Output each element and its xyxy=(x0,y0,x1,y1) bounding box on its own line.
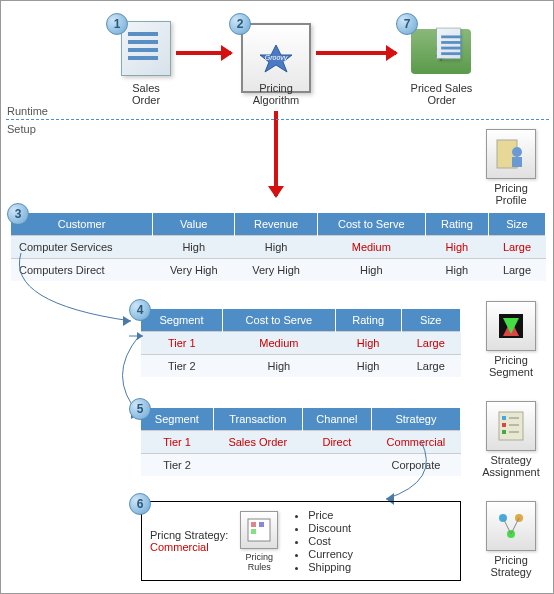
cell: Very High xyxy=(153,259,235,282)
cell: High xyxy=(335,355,401,378)
priced-order-label: Priced Sales Order xyxy=(399,82,484,106)
badge-6: 6 xyxy=(129,493,151,515)
pricing-strategy-box: Pricing Strategy xyxy=(476,501,546,578)
cell: Sales Order xyxy=(213,431,302,454)
bullet-item: Shipping xyxy=(308,561,353,573)
cell: High xyxy=(235,236,317,259)
badge-3: 3 xyxy=(7,203,29,225)
strategy-value: Commercial xyxy=(150,541,228,553)
badge-4: 4 xyxy=(129,299,151,321)
cell: High xyxy=(425,236,488,259)
cell: Computers Direct xyxy=(11,259,153,282)
priced-order-icon xyxy=(411,29,471,74)
svg-point-3 xyxy=(512,147,522,157)
col-header: Segment xyxy=(141,309,223,332)
strategy-table: SegmentTransactionChannelStrategy Tier 1… xyxy=(141,408,461,476)
bullet-item: Cost xyxy=(308,535,353,547)
profile-icon xyxy=(486,129,536,179)
runtime-label: Runtime xyxy=(7,105,48,117)
cell: Medium xyxy=(317,236,425,259)
badge-1: 1 xyxy=(106,13,128,35)
cell: Corporate xyxy=(371,454,460,477)
setup-label: Setup xyxy=(7,123,36,135)
cell: Very High xyxy=(235,259,317,282)
cell: Commercial xyxy=(371,431,460,454)
pricing-profile-box: Pricing Profile xyxy=(476,129,546,206)
bullet-item: Price xyxy=(308,509,353,521)
badge-7: 7 xyxy=(396,13,418,35)
svg-line-28 xyxy=(503,518,511,534)
segment-table: SegmentCost to ServeRatingSize Tier 1Med… xyxy=(141,309,461,377)
col-header: Revenue xyxy=(235,213,317,236)
segment-label: Pricing Segment xyxy=(489,354,533,378)
svg-rect-23 xyxy=(251,529,256,534)
cell: Tier 2 xyxy=(141,355,223,378)
col-header: Value xyxy=(153,213,235,236)
col-header: Channel xyxy=(302,408,371,431)
svg-rect-16 xyxy=(502,430,506,434)
strategy-label: Pricng Strategy: xyxy=(150,529,228,541)
sales-order-label: Sales Order xyxy=(116,82,176,106)
table-row: Tier 1MediumHighLarge xyxy=(141,332,461,355)
profile-label: Pricing Profile xyxy=(494,182,528,206)
strategy-assign-icon xyxy=(486,401,536,451)
cell: Large xyxy=(488,236,545,259)
table-row: Computer ServicesHighHighMediumHighLarge xyxy=(11,236,546,259)
cell: Large xyxy=(401,355,460,378)
cell xyxy=(302,454,371,477)
cell: High xyxy=(223,355,336,378)
customer-table: CustomerValueRevenueCost to ServeRatingS… xyxy=(11,213,546,281)
sales-order-icon xyxy=(121,21,171,76)
col-header: Size xyxy=(488,213,545,236)
svg-rect-14 xyxy=(502,416,506,420)
arrow-to-tier1 xyxy=(129,331,147,341)
col-header: Rating xyxy=(335,309,401,332)
cell: Direct xyxy=(302,431,371,454)
table-row: Tier 1Sales OrderDirectCommercial xyxy=(141,431,461,454)
cell: Tier 1 xyxy=(141,431,213,454)
svg-rect-24 xyxy=(259,522,264,527)
arrow-2-down xyxy=(274,111,278,196)
table-row: Tier 2Corporate xyxy=(141,454,461,477)
cell: Computer Services xyxy=(11,236,153,259)
cell: High xyxy=(335,332,401,355)
bullet-item: Currency xyxy=(308,548,353,560)
strategy-icon xyxy=(486,501,536,551)
cell: Tier 1 xyxy=(141,332,223,355)
cell: High xyxy=(317,259,425,282)
cell: High xyxy=(425,259,488,282)
svg-line-29 xyxy=(511,518,519,534)
col-header: Transaction xyxy=(213,408,302,431)
pricing-segment-box: Pricing Segment xyxy=(476,301,546,378)
cell: Medium xyxy=(223,332,336,355)
col-header: Rating xyxy=(425,213,488,236)
bullet-item: Discount xyxy=(308,522,353,534)
cell: Large xyxy=(401,332,460,355)
svg-marker-5 xyxy=(123,316,131,326)
cell xyxy=(213,454,302,477)
table-row: Tier 2HighHighLarge xyxy=(141,355,461,378)
col-header: Segment xyxy=(141,408,213,431)
strategy-side-label: Pricing Strategy xyxy=(491,554,532,578)
col-header: Customer xyxy=(11,213,153,236)
svg-text:Groovy: Groovy xyxy=(265,54,288,62)
arrow-2-to-7 xyxy=(316,51,396,55)
rules-label: Pricing Rules xyxy=(246,552,274,572)
algo-label: Pricing Algorithm xyxy=(241,82,311,106)
svg-rect-4 xyxy=(512,157,522,167)
badge-5: 5 xyxy=(129,398,151,420)
svg-rect-22 xyxy=(251,522,256,527)
svg-rect-15 xyxy=(502,423,506,427)
col-header: Size xyxy=(401,309,460,332)
divider xyxy=(6,119,549,120)
segment-icon xyxy=(486,301,536,351)
strategy-assignment-box: Strategy Assignment xyxy=(476,401,546,478)
strategy-assign-label: Strategy Assignment xyxy=(482,454,539,478)
strategy-bullets: PriceDiscountCostCurrencyShipping xyxy=(290,508,353,574)
pricing-strategy-detail: Pricng Strategy: Commercial Pricing Rule… xyxy=(141,501,461,581)
cell: Large xyxy=(488,259,545,282)
cell: High xyxy=(153,236,235,259)
col-header: Strategy xyxy=(371,408,460,431)
svg-marker-11 xyxy=(137,332,143,340)
pricing-rules-icon xyxy=(240,511,278,549)
